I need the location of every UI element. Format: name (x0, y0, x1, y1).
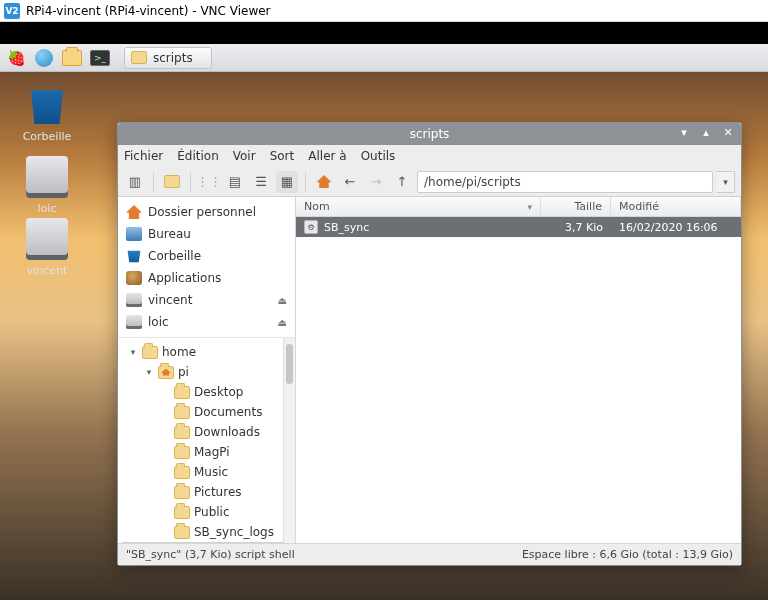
tree-label: Music (194, 465, 228, 479)
eject-icon[interactable]: ⏏ (278, 317, 287, 328)
col-header-modified[interactable]: Modifié (611, 197, 741, 216)
tree-scrollbar[interactable] (283, 338, 295, 543)
tree-node-music[interactable]: Music (122, 462, 295, 482)
file-row[interactable]: ⚙SB_sync3,7 Kio16/02/2020 16:06 (296, 217, 741, 237)
tree-label: Public (194, 505, 230, 519)
view-icons-button[interactable]: ⋮⋮ (198, 171, 220, 193)
fm-sidebar: Dossier personnel Bureau Corbeille Appli… (118, 197, 296, 543)
fm-toolbar: ▥ ⋮⋮ ▤ ☰ ▦ ← → ↑ /home/pi/scripts ▾ (118, 167, 741, 197)
view-list-button[interactable]: ☰ (250, 171, 272, 193)
taskbar-window-label: scripts (153, 51, 193, 65)
place-label: Dossier personnel (148, 205, 256, 219)
vnc-black-strip (0, 22, 768, 44)
menu-raspberry-icon[interactable]: 🍓 (4, 47, 28, 69)
tree-label: home (162, 345, 196, 359)
maximize-button[interactable]: ▴ (699, 125, 713, 139)
forward-button[interactable]: → (365, 171, 387, 193)
place-label: Bureau (148, 227, 191, 241)
desktop-drive-loic[interactable]: loic (12, 156, 82, 215)
file-icon: ⚙ (304, 220, 318, 234)
file-name: SB_sync (324, 221, 369, 234)
tree-label: pi (178, 365, 189, 379)
place-label: Corbeille (148, 249, 201, 263)
desktop-trash-icon[interactable]: Corbeille (12, 84, 82, 143)
back-button[interactable]: ← (339, 171, 361, 193)
tree-node-sb_sync_logs[interactable]: SB_sync_logs (122, 522, 295, 542)
tree-node-downloads[interactable]: Downloads (122, 422, 295, 442)
menu-sort[interactable]: Sort (270, 149, 295, 163)
home-button[interactable] (313, 171, 335, 193)
browser-launcher-icon[interactable] (32, 47, 56, 69)
tree-node-desktop[interactable]: Desktop (122, 382, 295, 402)
path-text: /home/pi/scripts (424, 175, 521, 189)
place-label: Applications (148, 271, 221, 285)
desktop-drive-vincent[interactable]: vincent (12, 218, 82, 277)
place-label: loic (148, 315, 169, 329)
place-home[interactable]: Dossier personnel (118, 201, 295, 223)
filemanager-launcher-icon[interactable] (60, 47, 84, 69)
menu-edit[interactable]: Édition (177, 149, 219, 163)
path-entry[interactable]: /home/pi/scripts (417, 171, 713, 193)
fm-menubar: Fichier Édition Voir Sort Aller à Outils (118, 145, 741, 167)
close-button[interactable]: ✕ (721, 125, 735, 139)
view-detail-button[interactable]: ▦ (276, 171, 298, 193)
tree-label: SB_sync_logs (194, 525, 274, 539)
view-compact-button[interactable]: ▤ (224, 171, 246, 193)
places-list: Dossier personnel Bureau Corbeille Appli… (118, 197, 295, 337)
tree-label: MagPi (194, 445, 230, 459)
tree-label: Desktop (194, 385, 244, 399)
tree-node-documents[interactable]: Documents (122, 402, 295, 422)
fm-statusbar: "SB_sync" (3,7 Kio) script shell Espace … (118, 543, 741, 565)
vnc-titlebar: V2 RPi4-vincent (RPi4-vincent) - VNC Vie… (0, 0, 768, 22)
col-header-size[interactable]: Taille (541, 197, 611, 216)
new-folder-button[interactable] (161, 171, 183, 193)
terminal-launcher-icon[interactable]: >_ (88, 47, 112, 69)
place-applications[interactable]: Applications (118, 267, 295, 289)
tree-node-scripts[interactable]: scripts (122, 542, 295, 543)
status-right: Espace libre : 6,6 Gio (total : 13,9 Gio… (522, 548, 733, 561)
place-drive-vincent[interactable]: vincent⏏ (118, 289, 295, 311)
tree-node-home[interactable]: ▾home (122, 342, 295, 362)
tree-label: Documents (194, 405, 262, 419)
file-list-pane: Nom▾ Taille Modifié ⚙SB_sync3,7 Kio16/02… (296, 197, 741, 543)
fm-title: scripts (410, 127, 450, 141)
new-tab-button[interactable]: ▥ (124, 171, 146, 193)
file-modified: 16/02/2020 16:06 (611, 221, 741, 234)
minimize-button[interactable]: ▾ (677, 125, 691, 139)
list-header: Nom▾ Taille Modifié (296, 197, 741, 217)
path-dropdown[interactable]: ▾ (717, 171, 735, 193)
desktop-trash-label: Corbeille (23, 130, 72, 143)
desktop-panel: 🍓 >_ scripts (0, 44, 768, 72)
vnc-title: RPi4-vincent (RPi4-vincent) - VNC Viewer (26, 4, 271, 18)
tree-node-public[interactable]: Public (122, 502, 295, 522)
menu-view[interactable]: Voir (233, 149, 256, 163)
taskbar-window-button[interactable]: scripts (124, 47, 212, 69)
place-label: vincent (148, 293, 192, 307)
up-button[interactable]: ↑ (391, 171, 413, 193)
fm-titlebar[interactable]: scripts ▾ ▴ ✕ (118, 123, 741, 145)
folder-tree: ▾home ▾pi DesktopDocumentsDownloadsMagPi… (118, 337, 295, 543)
tree-label: Downloads (194, 425, 260, 439)
place-trash[interactable]: Corbeille (118, 245, 295, 267)
vnc-app-icon: V2 (4, 3, 20, 19)
col-header-name[interactable]: Nom▾ (296, 197, 541, 216)
desktop-drive-loic-label: loic (38, 202, 57, 215)
tree-node-pi[interactable]: ▾pi (122, 362, 295, 382)
desktop-drive-vincent-label: vincent (27, 264, 68, 277)
tree-label: Pictures (194, 485, 242, 499)
menu-file[interactable]: Fichier (124, 149, 163, 163)
place-desktop[interactable]: Bureau (118, 223, 295, 245)
status-left: "SB_sync" (3,7 Kio) script shell (126, 548, 295, 561)
menu-tools[interactable]: Outils (361, 149, 396, 163)
menu-go[interactable]: Aller à (308, 149, 346, 163)
file-manager-window: scripts ▾ ▴ ✕ Fichier Édition Voir Sort … (117, 122, 742, 566)
file-size: 3,7 Kio (541, 221, 611, 234)
folder-icon (131, 51, 147, 64)
eject-icon[interactable]: ⏏ (278, 295, 287, 306)
tree-node-magpi[interactable]: MagPi (122, 442, 295, 462)
remote-desktop: 🍓 >_ scripts Corbeille loic vincent scri… (0, 44, 768, 600)
place-drive-loic[interactable]: loic⏏ (118, 311, 295, 333)
tree-node-pictures[interactable]: Pictures (122, 482, 295, 502)
